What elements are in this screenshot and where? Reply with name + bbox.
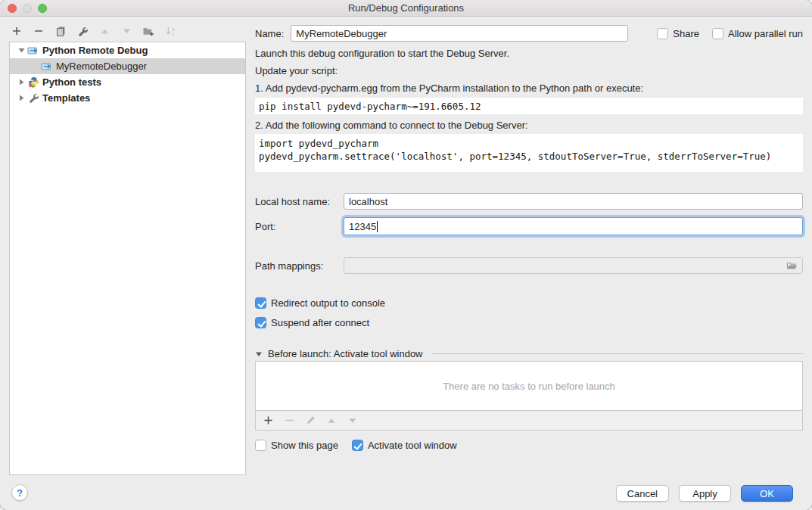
before-launch-toolbar bbox=[255, 411, 803, 431]
ok-button[interactable]: OK bbox=[741, 485, 793, 502]
edit-defaults-button[interactable] bbox=[76, 25, 89, 37]
port-value: 12345 bbox=[349, 221, 376, 232]
minus-icon bbox=[285, 415, 294, 425]
arrow-down-icon bbox=[348, 416, 357, 425]
dialog-buttons: Cancel Apply OK bbox=[616, 485, 793, 502]
tree-item-label: Python Remote Debug bbox=[42, 45, 148, 56]
title-bar: Run/Debug Configurations bbox=[0, 0, 812, 17]
window-title: Run/Debug Configurations bbox=[0, 2, 812, 14]
name-row: Name: Share Allow parallel run bbox=[255, 25, 803, 42]
copy-icon bbox=[55, 26, 67, 37]
instruction-line-2: Update your script: bbox=[255, 65, 803, 77]
move-task-down-button[interactable] bbox=[347, 415, 359, 427]
checkbox-box[interactable] bbox=[255, 297, 266, 309]
tree-item-myremotedebugger[interactable]: MyRemoteDebugger bbox=[10, 58, 245, 74]
svg-text:z: z bbox=[172, 32, 174, 37]
tree-item-label: Templates bbox=[42, 92, 90, 104]
new-folder-icon bbox=[142, 26, 154, 36]
port-label: Port: bbox=[255, 221, 344, 232]
before-launch-task-list[interactable]: There are no tasks to run before launch bbox=[255, 361, 803, 411]
pip-install-command: pip install pydevd-pycharm~=191.6605.12 bbox=[255, 98, 803, 114]
move-up-button[interactable] bbox=[98, 25, 110, 37]
question-mark-icon: ? bbox=[17, 487, 23, 499]
sort-az-icon: a z bbox=[165, 26, 176, 37]
python-tests-icon bbox=[26, 76, 40, 88]
add-configuration-button[interactable] bbox=[11, 25, 23, 37]
run-debug-configurations-dialog: Run/Debug Configurations bbox=[0, 0, 812, 510]
empty-tasks-message: There are no tasks to run before launch bbox=[443, 381, 615, 392]
remove-task-button[interactable] bbox=[283, 415, 295, 427]
code-line-1: import pydevd_pycharm bbox=[259, 138, 378, 149]
minus-icon bbox=[33, 26, 44, 36]
checkbox-box[interactable] bbox=[352, 440, 363, 451]
configurations-tree: Python Remote Debug MyRemoteDebugger bbox=[9, 42, 246, 475]
show-this-page-checkbox[interactable]: Show this page bbox=[255, 440, 338, 451]
local-host-label: Local host name: bbox=[255, 196, 344, 207]
tree-item-python-tests[interactable]: Python tests bbox=[10, 74, 245, 90]
redirect-output-checkbox[interactable]: Redirect output to console bbox=[255, 297, 803, 309]
checkbox-box[interactable] bbox=[255, 440, 266, 451]
settrace-code-snippet: import pydevd_pycharm pydevd_pycharm.set… bbox=[255, 134, 803, 172]
plus-icon bbox=[263, 415, 273, 425]
remove-configuration-button[interactable] bbox=[33, 25, 45, 37]
help-button[interactable]: ? bbox=[11, 484, 28, 501]
tree-item-templates[interactable]: Templates bbox=[10, 90, 245, 106]
tree-item-python-remote-debug[interactable]: Python Remote Debug bbox=[10, 42, 245, 58]
instruction-step-2: 2. Add the following command to connect … bbox=[255, 120, 803, 132]
suspend-after-connect-checkbox[interactable]: Suspend after connect bbox=[255, 317, 803, 328]
checkbox-box[interactable] bbox=[657, 28, 668, 39]
name-label: Name: bbox=[255, 28, 284, 39]
create-folder-button[interactable] bbox=[142, 25, 154, 37]
checkbox-box[interactable] bbox=[255, 317, 266, 328]
port-input[interactable]: 12345 bbox=[344, 217, 803, 235]
wrench-icon bbox=[77, 26, 89, 37]
configuration-settings-panel: Name: Share Allow parallel run Launch th… bbox=[255, 21, 803, 451]
allow-parallel-run-checkbox[interactable]: Allow parallel run bbox=[712, 28, 803, 39]
arrow-up-icon bbox=[327, 416, 336, 425]
edit-task-button[interactable] bbox=[304, 415, 316, 427]
expand-arrow-icon[interactable] bbox=[16, 94, 26, 102]
before-launch-title: Before launch: Activate tool window bbox=[268, 348, 423, 359]
path-mappings-input[interactable] bbox=[344, 257, 803, 274]
arrow-up-icon bbox=[100, 26, 110, 36]
plus-icon bbox=[11, 26, 22, 36]
path-mappings-label: Path mappings: bbox=[255, 260, 344, 272]
share-checkbox[interactable]: Share bbox=[657, 28, 699, 39]
pencil-icon bbox=[306, 415, 316, 425]
open-folder-icon[interactable] bbox=[786, 260, 798, 271]
code-line-2: pydevd_pycharm.settrace('localhost', por… bbox=[259, 151, 771, 162]
remote-debug-config-icon bbox=[40, 61, 54, 72]
before-launch-header[interactable]: Before launch: Activate tool window bbox=[255, 348, 803, 359]
move-task-up-button[interactable] bbox=[325, 415, 338, 427]
apply-button[interactable]: Apply bbox=[679, 485, 731, 502]
move-down-button[interactable] bbox=[120, 25, 132, 37]
copy-configuration-button[interactable] bbox=[54, 25, 67, 37]
path-mappings-row: Path mappings: bbox=[255, 257, 803, 274]
tree-item-label: Python tests bbox=[42, 76, 101, 88]
activate-tool-window-checkbox[interactable]: Activate tool window bbox=[352, 440, 457, 451]
remote-debug-config-icon bbox=[26, 45, 40, 56]
checkbox-box[interactable] bbox=[712, 28, 723, 39]
collapse-arrow-icon[interactable] bbox=[255, 350, 263, 358]
cancel-button[interactable]: Cancel bbox=[616, 485, 669, 502]
configurations-toolbar: a z bbox=[11, 25, 176, 37]
templates-wrench-icon bbox=[26, 92, 40, 104]
instruction-step-1: 1. Add pydevd-pycharm.egg from the PyCha… bbox=[255, 82, 803, 95]
expand-arrow-icon[interactable] bbox=[16, 78, 26, 86]
collapse-arrow-icon[interactable] bbox=[16, 46, 26, 54]
tree-item-label: MyRemoteDebugger bbox=[56, 61, 147, 72]
instruction-line-1: Launch this debug configuration to start… bbox=[255, 48, 803, 60]
port-row: Port: 12345 bbox=[255, 218, 803, 235]
sort-configurations-button[interactable]: a z bbox=[164, 25, 176, 37]
text-caret bbox=[377, 221, 378, 232]
svg-text:a: a bbox=[172, 26, 175, 31]
arrow-down-icon bbox=[122, 26, 132, 36]
add-task-button[interactable] bbox=[262, 415, 274, 427]
local-host-row: Local host name: bbox=[255, 193, 803, 210]
page-options-row: Show this page Activate tool window bbox=[255, 440, 803, 451]
local-host-input[interactable] bbox=[344, 193, 803, 210]
section-divider bbox=[431, 353, 803, 354]
name-input[interactable] bbox=[291, 25, 628, 42]
